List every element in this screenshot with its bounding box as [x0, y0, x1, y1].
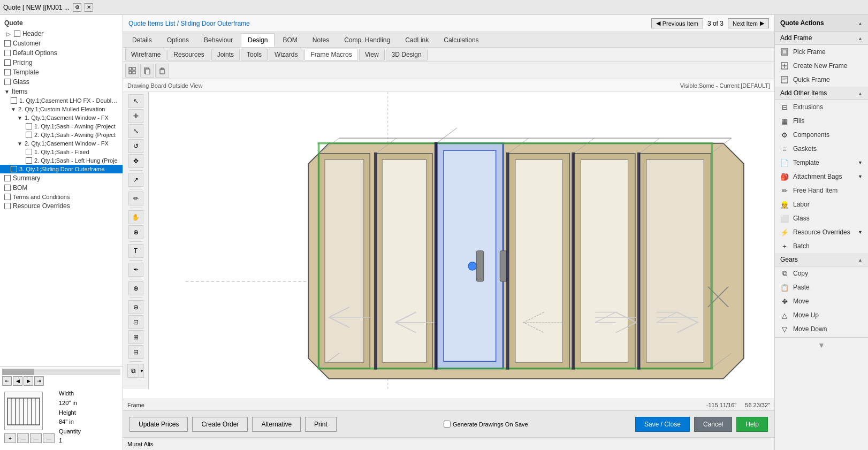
- move-view-btn[interactable]: ✥: [128, 154, 143, 168]
- sidebar-item-1[interactable]: 1. Qty.1;Casement LHO FX - Double H: [0, 96, 123, 105]
- drawing-canvas[interactable]: [150, 92, 774, 389]
- copy-style-btn[interactable]: [140, 64, 154, 78]
- move-up-item[interactable]: △ Move Up: [775, 308, 868, 322]
- pick-frame-item[interactable]: Pick Frame: [775, 45, 868, 59]
- tab-behaviour[interactable]: Behaviour: [197, 33, 240, 47]
- select-btn[interactable]: ↖: [128, 94, 143, 108]
- fit-btn[interactable]: ⊡: [128, 315, 143, 329]
- subtab-view[interactable]: View: [359, 49, 385, 60]
- preview-nav2-btn[interactable]: —: [30, 433, 42, 443]
- labor-item[interactable]: 👷 Labor: [775, 197, 868, 211]
- nav-right-btn[interactable]: ⇥: [34, 376, 44, 386]
- tab-notes[interactable]: Notes: [306, 33, 336, 47]
- paste-style-btn[interactable]: [155, 64, 169, 78]
- sidebar-item-2-1-1[interactable]: 1. Qty.1;Sash - Awning (Project: [0, 122, 123, 131]
- move-down-item[interactable]: ▽ Move Down: [775, 322, 868, 336]
- zoom-area-btn[interactable]: ⊞: [128, 330, 143, 344]
- sidebar-item-pricing[interactable]: Pricing: [0, 58, 123, 67]
- next-item-btn[interactable]: Next Item ▶: [728, 18, 769, 28]
- sidebar-item-glass[interactable]: Glass: [0, 77, 123, 87]
- gears-header[interactable]: Gears: [775, 253, 868, 266]
- batch-item[interactable]: + Batch: [775, 239, 868, 253]
- extrusions-item[interactable]: ⊟ Extrusions: [775, 100, 868, 114]
- generate-drawings-label[interactable]: Generate Drawings On Save: [444, 421, 528, 428]
- sidebar-scrollbar[interactable]: [2, 369, 120, 375]
- pan-btn[interactable]: ⊕: [128, 225, 143, 239]
- paste-item[interactable]: 📋 Paste: [775, 280, 868, 294]
- save-close-btn[interactable]: Save / Close: [635, 417, 690, 432]
- pencil-btn[interactable]: ✒: [128, 263, 143, 277]
- scroll-right-btn[interactable]: ▶: [24, 376, 33, 386]
- prev-item-btn[interactable]: ◀ Previous Item: [651, 18, 703, 28]
- sidebar-item-template[interactable]: Template: [0, 67, 123, 77]
- quick-frame-item[interactable]: Quick Frame: [775, 73, 868, 87]
- zoom-in-btn[interactable]: ⊕: [128, 281, 143, 295]
- right-chevron-down[interactable]: ▼: [818, 341, 825, 349]
- tab-details[interactable]: Details: [125, 33, 159, 47]
- cancel-btn[interactable]: Cancel: [694, 417, 732, 432]
- sidebar-item-2-2-2[interactable]: 2. Qty.1;Sash - Left Hung (Proje: [0, 156, 123, 165]
- glass-item[interactable]: ⬜ Glass: [775, 211, 868, 225]
- grid-btn[interactable]: [125, 64, 139, 78]
- sidebar-item-3[interactable]: 3. Qty.1;Sliding Door Outerframe: [0, 165, 123, 173]
- alternative-btn[interactable]: Alternative: [252, 417, 301, 432]
- print-btn[interactable]: Print: [305, 417, 337, 432]
- rotate-btn[interactable]: ↺: [128, 139, 143, 153]
- preview-nav3-btn[interactable]: —: [43, 433, 55, 443]
- scale-btn[interactable]: ⤡: [128, 124, 143, 138]
- sidebar-item-items[interactable]: ▼ Items: [0, 87, 123, 96]
- create-order-btn[interactable]: Create Order: [192, 417, 248, 432]
- text-btn[interactable]: T: [128, 244, 143, 258]
- settings-btn[interactable]: ⚙: [73, 3, 81, 12]
- sidebar-item-customer[interactable]: Customer: [0, 39, 123, 48]
- sidebar-item-resource-overrides[interactable]: Resource Overrides: [0, 201, 123, 211]
- subtab-3d-design[interactable]: 3D Design: [386, 49, 428, 60]
- sidebar-item-2-2-1[interactable]: 1. Qty.1;Sash - Fixed: [0, 148, 123, 156]
- update-prices-btn[interactable]: Update Prices: [130, 417, 188, 432]
- sidebar-item-2-1-2[interactable]: 2. Qty.1;Sash - Awning (Project: [0, 131, 123, 139]
- zoom-prev-btn[interactable]: ⊟: [128, 345, 143, 359]
- subtab-wizards[interactable]: Wizards: [269, 49, 303, 60]
- create-new-frame-item[interactable]: Create New Frame: [775, 59, 868, 73]
- preview-add-btn[interactable]: +: [4, 433, 16, 443]
- tab-comp-handling[interactable]: Comp. Handling: [337, 33, 397, 47]
- preview-nav1-btn[interactable]: —: [17, 433, 29, 443]
- tab-cadlink[interactable]: CadLink: [398, 33, 436, 47]
- subtab-resources[interactable]: Resources: [167, 49, 210, 60]
- scroll-left-btn[interactable]: ◀: [13, 376, 22, 386]
- gaskets-item[interactable]: ≡ Gaskets: [775, 142, 868, 156]
- stamp-btn[interactable]: ⧉: [127, 364, 139, 378]
- add-frame-header[interactable]: Add Frame: [775, 32, 868, 45]
- hand-btn[interactable]: ✋: [128, 210, 143, 224]
- pointer-btn[interactable]: ✛: [128, 109, 143, 123]
- subtab-joints[interactable]: Joints: [211, 49, 240, 60]
- components-item[interactable]: ⚙ Components: [775, 128, 868, 142]
- quote-actions-header[interactable]: Quote Actions: [775, 15, 868, 32]
- arrow-btn[interactable]: ↗: [128, 173, 143, 187]
- tab-design[interactable]: Design: [241, 33, 275, 47]
- free-hand-item-item[interactable]: ✏ Free Hand Item: [775, 184, 868, 197]
- sidebar-item-summary[interactable]: Summary: [0, 173, 123, 183]
- sidebar-item-terms[interactable]: Terms and Conditions: [0, 193, 123, 201]
- sidebar-item-default-options[interactable]: Default Options: [0, 48, 123, 58]
- sidebar-item-2-2[interactable]: ▼ 2. Qty.1;Casement Window - FX: [0, 139, 123, 148]
- sidebar-item-2[interactable]: ▼ 2. Qty.1;Custom Mulled Elevation: [0, 105, 123, 113]
- tab-bom[interactable]: BOM: [276, 33, 304, 47]
- sidebar-scroll-thumb[interactable]: [2, 369, 34, 375]
- sidebar-item-2-1[interactable]: ▼ 1. Qty.1;Casement Window - FX: [0, 113, 123, 122]
- nav-left-btn[interactable]: ⇤: [2, 376, 12, 386]
- template-item[interactable]: 📄 Template ▼: [775, 156, 868, 170]
- add-other-items-header[interactable]: Add Other Items: [775, 87, 868, 100]
- zoom-out-btn[interactable]: ⊖: [128, 300, 143, 314]
- draw-btn[interactable]: ✏: [128, 192, 143, 205]
- fills-item[interactable]: ▦ Fills: [775, 114, 868, 128]
- resource-overrides-item[interactable]: ⚡ Resource Overrides ▼: [775, 225, 868, 239]
- generate-drawings-checkbox[interactable]: [444, 421, 451, 428]
- attachment-bags-item[interactable]: 🎒 Attachment Bags ▼: [775, 170, 868, 184]
- tab-calculations[interactable]: Calculations: [437, 33, 485, 47]
- sidebar-item-bom[interactable]: BOM: [0, 183, 123, 193]
- sidebar-item-header[interactable]: ▷ Header: [0, 29, 123, 39]
- tab-options[interactable]: Options: [160, 33, 196, 47]
- subtab-wireframe[interactable]: Wireframe: [125, 49, 166, 60]
- subtab-frame-macros[interactable]: Frame Macros: [304, 49, 357, 60]
